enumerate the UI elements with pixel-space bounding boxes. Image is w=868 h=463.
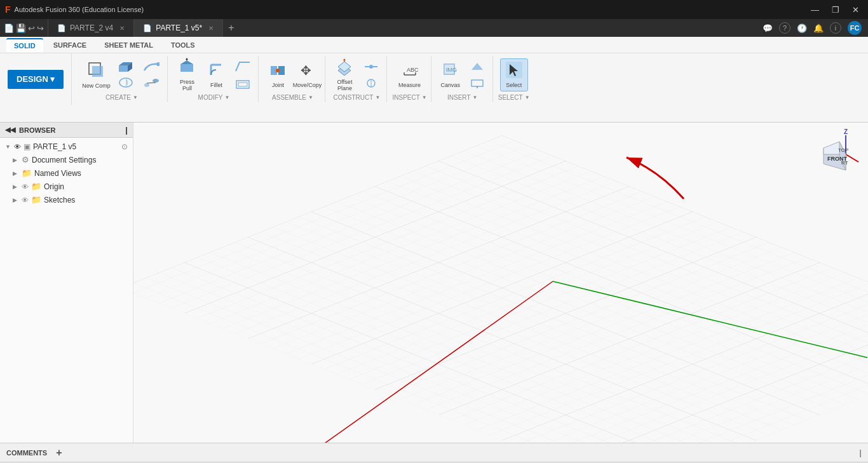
new-file-icon[interactable]: 📄 <box>4 23 14 33</box>
user-avatar[interactable]: FC <box>848 21 862 35</box>
tab-close-button[interactable]: ✕ <box>119 25 125 32</box>
browser-expand-icon[interactable]: ◀◀ <box>5 126 15 134</box>
main-area: ◀◀ BROWSER | ▼ 👁 ▣ PARTE_1 v5 ⊙ ▶ ⚙ Docu… <box>0 123 868 443</box>
tree-item-sketches[interactable]: ▶ 👁 📁 Sketches <box>0 193 133 206</box>
app-icon: F <box>5 4 11 15</box>
origin-expand[interactable]: ▶ <box>13 184 19 190</box>
svg-line-10 <box>147 83 156 83</box>
press-pull-label: Press Pull <box>174 79 200 92</box>
svg-text:IMG: IMG <box>446 67 457 73</box>
browser-title: BROWSER <box>19 126 55 134</box>
tab-parte1[interactable]: 📄 PARTE_1 v5* ✕ <box>134 19 223 37</box>
tab-close-active-button[interactable]: ✕ <box>208 25 214 32</box>
viewport[interactable]: Z FRONT TOP RT <box>133 123 868 443</box>
fillet-button[interactable]: Fillet <box>202 58 230 91</box>
tree-item-named-views[interactable]: ▶ 📁 Named Views <box>0 166 133 180</box>
help-icon[interactable]: ? <box>779 22 790 34</box>
move-label: Move/Copy <box>293 83 322 89</box>
doc-settings-expand[interactable]: ▶ <box>13 157 19 163</box>
browser-collapse-icon[interactable]: | <box>125 125 128 135</box>
new-component-icon <box>87 61 105 81</box>
design-button[interactable]: DESIGN ▾ <box>8 70 64 89</box>
comments-collapse-icon[interactable]: | <box>859 448 862 457</box>
named-views-expand[interactable]: ▶ <box>13 170 19 177</box>
viewport-grid <box>133 123 868 443</box>
root-settings-icon[interactable]: ⊙ <box>121 142 128 151</box>
construct-btn2[interactable] <box>360 59 383 74</box>
extrude-button[interactable] <box>114 60 138 74</box>
comment-icon[interactable]: 💬 <box>763 23 773 33</box>
tab-add-button[interactable]: + <box>223 19 239 37</box>
joint-button[interactable]: Joint <box>264 58 292 91</box>
svg-point-8 <box>144 83 149 87</box>
svg-rect-37 <box>471 80 483 86</box>
press-pull-button[interactable]: Press Pull <box>173 58 201 91</box>
sketches-icon: 📁 <box>31 195 41 205</box>
viewcube[interactable]: Z FRONT TOP RT <box>811 129 862 180</box>
minimize-button[interactable]: — <box>807 4 823 16</box>
tree-item-origin[interactable]: ▶ 👁 📁 Origin <box>0 180 133 193</box>
svg-point-9 <box>153 79 159 83</box>
loft-button[interactable] <box>139 76 163 90</box>
select-button[interactable]: Select <box>500 58 528 91</box>
measure-label: Measure <box>398 83 421 89</box>
root-expand-icon[interactable]: ▼ <box>5 144 11 150</box>
svg-rect-3 <box>119 65 128 72</box>
tab-tools[interactable]: TOOLS <box>163 39 203 51</box>
tab-solid[interactable]: SOLID <box>6 38 43 52</box>
insert-group: IMG Canvas <box>433 56 493 102</box>
assemble-label[interactable]: ASSEMBLE ▼ <box>272 94 313 102</box>
add-comment-button[interactable]: + <box>56 447 62 459</box>
shell-button[interactable] <box>231 76 254 91</box>
insert-btn3[interactable] <box>466 76 489 91</box>
history-icon[interactable]: 🕐 <box>797 23 807 33</box>
tree-item-doc-settings[interactable]: ▶ ⚙ Document Settings <box>0 153 133 166</box>
redo-icon[interactable]: ↪ <box>37 23 44 33</box>
insert-label[interactable]: INSERT ▼ <box>447 94 477 102</box>
modify-label[interactable]: MODIFY ▼ <box>198 94 230 102</box>
insert-btn2[interactable] <box>466 59 489 74</box>
create-label[interactable]: CREATE ▼ <box>105 94 138 102</box>
new-component-label: New Comp <box>82 83 111 90</box>
notification-icon[interactable]: 🔔 <box>813 23 824 33</box>
sketches-label: Sketches <box>44 196 128 205</box>
select-group: Select SELECT ▼ <box>494 56 534 102</box>
construct-btn3[interactable] <box>360 76 383 91</box>
fillet-label: Fillet <box>210 83 222 89</box>
browser-tree: ▼ 👁 ▣ PARTE_1 v5 ⊙ ▶ ⚙ Document Settings… <box>0 138 133 443</box>
insert-canvas-button[interactable]: IMG Canvas <box>437 58 465 91</box>
inspect-label[interactable]: INSPECT ▼ <box>392 94 426 102</box>
undo-icon[interactable]: ↩ <box>28 23 35 33</box>
save-icon[interactable]: 💾 <box>16 23 26 33</box>
measure-button[interactable]: ABC Measure <box>396 58 424 91</box>
svg-marker-36 <box>471 63 483 70</box>
ribbon-content: New Comp <box>72 53 537 105</box>
offset-plane-button[interactable]: Offset Plane <box>330 58 358 91</box>
revolve-button[interactable] <box>114 76 138 90</box>
fillet-icon <box>207 61 225 81</box>
tree-item-root[interactable]: ▼ 👁 ▣ PARTE_1 v5 ⊙ <box>0 140 133 153</box>
tab-surface[interactable]: SURFACE <box>46 39 95 51</box>
svg-point-26 <box>369 65 373 69</box>
origin-visibility-icon[interactable]: 👁 <box>22 183 29 191</box>
tab-label-active: PARTE_1 v5* <box>156 23 202 32</box>
construct-label[interactable]: CONSTRUCT ▼ <box>334 94 381 102</box>
sketches-expand[interactable]: ▶ <box>13 197 19 203</box>
info-icon[interactable]: i <box>830 22 841 34</box>
maximize-button[interactable]: ❐ <box>828 4 843 16</box>
tab-sheet-metal[interactable]: SHEET METAL <box>97 39 161 51</box>
select-label-group[interactable]: SELECT ▼ <box>498 94 530 102</box>
measure-icon: ABC <box>401 61 419 81</box>
chamfer-button[interactable] <box>231 59 254 74</box>
close-button[interactable]: ✕ <box>848 4 863 16</box>
root-visibility-icon[interactable]: 👁 <box>14 143 21 151</box>
move-button[interactable]: ✥ Move/Copy <box>293 58 321 91</box>
sketches-visibility-icon[interactable]: 👁 <box>22 196 29 204</box>
offset-plane-label: Offset Plane <box>332 79 357 92</box>
root-label: PARTE_1 v5 <box>33 142 116 151</box>
sweep-button[interactable] <box>139 60 163 74</box>
new-component-button[interactable]: New Comp <box>79 58 112 91</box>
title-bar: F Autodesk Fusion 360 (Education License… <box>0 0 868 19</box>
tab-icon: 📄 <box>57 24 66 32</box>
tab-parte2[interactable]: 📄 PARTE_2 v4 ✕ <box>48 19 134 37</box>
